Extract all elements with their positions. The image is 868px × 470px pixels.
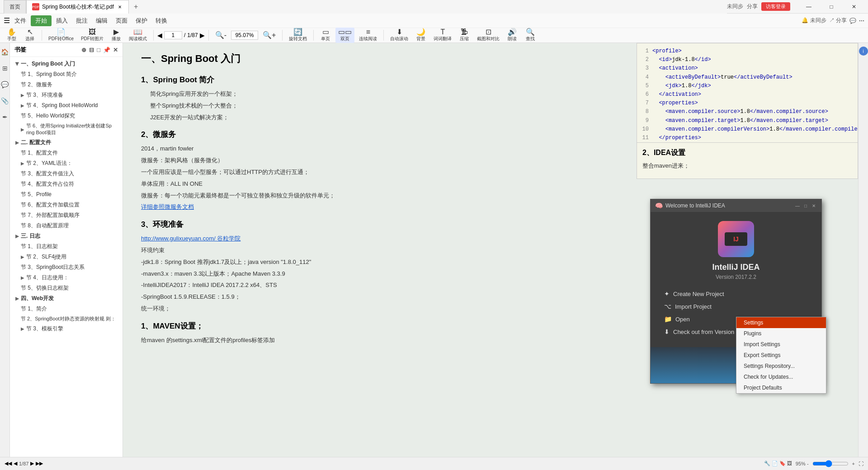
new-tab-btn[interactable]: + bbox=[131, 1, 142, 12]
bookmark-panel-icon[interactable]: 🏠 bbox=[0, 47, 10, 57]
menu-convert[interactable]: 转换 bbox=[152, 16, 171, 26]
zoom-slider[interactable] bbox=[812, 460, 849, 467]
sidebar-item-s2-8[interactable]: 节 8、自动配置原理 bbox=[10, 221, 123, 231]
continuous-btn[interactable]: ≡ 连续阅读 bbox=[356, 28, 380, 43]
zoom-in-btn[interactable]: 🔍+ bbox=[260, 31, 278, 40]
dialog-max-btn[interactable]: □ bbox=[802, 202, 809, 209]
menu-protect[interactable]: 保护 bbox=[132, 16, 151, 26]
ctx-settings[interactable]: Settings bbox=[736, 317, 826, 328]
sidebar-item-s4-3[interactable]: ▶ 节 3、模板引擎 bbox=[10, 324, 123, 334]
ctx-project-defaults[interactable]: Project Defaults bbox=[736, 382, 826, 393]
sidebar-close-btn[interactable]: ✕ bbox=[113, 47, 118, 53]
next-page-btn[interactable]: ▶ bbox=[200, 32, 205, 39]
sign-panel-icon[interactable]: ✒ bbox=[0, 112, 9, 122]
sidebar-item-s3-1[interactable]: 节 1、日志框架 bbox=[10, 241, 123, 252]
sidebar-item-section3[interactable]: ▶ 三. 日志 bbox=[10, 231, 123, 241]
thumbnail-panel-icon[interactable]: ⊞ bbox=[0, 63, 9, 74]
sidebar-icon-add[interactable]: ⊕ bbox=[81, 47, 86, 53]
dialog-close-btn[interactable]: ✕ bbox=[811, 202, 817, 209]
menu-icon[interactable]: ☰ bbox=[4, 16, 10, 25]
menu-batch[interactable]: 批注 bbox=[72, 16, 91, 26]
dialog-min-btn[interactable]: — bbox=[794, 202, 801, 209]
sidebar-item-s1-1[interactable]: 节 1、Spring Boot 简介 bbox=[10, 69, 123, 80]
sidebar-item-s2-7[interactable]: 节 7、外部配置加载顺序 bbox=[10, 210, 123, 221]
maximize-btn[interactable]: □ bbox=[821, 0, 842, 14]
school-link[interactable]: http://www.gulixueyuan.com/ 谷粒学院 bbox=[141, 235, 241, 242]
sidebar-item-s1-2[interactable]: 节 2、微服务 bbox=[10, 80, 123, 90]
read-btn[interactable]: 🔊 朗读 bbox=[504, 28, 520, 43]
first-page-btn[interactable]: ◀◀ bbox=[5, 461, 12, 466]
zoom-out-btn[interactable]: 🔍- bbox=[212, 31, 229, 40]
prev-page-status-btn[interactable]: ◀ bbox=[14, 461, 17, 466]
sidebar-item-s2-2[interactable]: ▶ 节 2、YAML语法： bbox=[10, 158, 123, 169]
sidebar-item-section1[interactable]: ▶ 一、Spring Boot 入门 bbox=[10, 59, 123, 69]
double-page-btn[interactable]: ▭▭ 双页 bbox=[335, 28, 354, 43]
ctx-plugins[interactable]: Plugins bbox=[736, 328, 826, 339]
sidebar-icon-collapse[interactable]: ⊟ bbox=[89, 47, 94, 53]
menu-edit[interactable]: 编辑 bbox=[92, 16, 111, 26]
menu-pages[interactable]: 页面 bbox=[112, 16, 131, 26]
sidebar-item-s4-2[interactable]: 节 2、SpringBoot对静态资源的映射规 则： bbox=[10, 314, 123, 324]
menu-insert[interactable]: 插入 bbox=[52, 16, 71, 26]
page-input[interactable] bbox=[164, 31, 182, 39]
rotate-btn[interactable]: 🔄 旋转文档 bbox=[286, 28, 310, 43]
sidebar-item-s2-3[interactable]: 节 3、配置文件值注入 bbox=[10, 169, 123, 179]
sidebar-item-section2[interactable]: ▶ 二. 配置文件 bbox=[10, 137, 123, 148]
play-btn[interactable]: ▶ 播放 bbox=[108, 28, 124, 43]
ctx-settings-repo[interactable]: Settings Repository... bbox=[736, 361, 826, 371]
comment-panel-icon[interactable]: 💬 bbox=[0, 79, 10, 90]
sidebar-item-s1-6[interactable]: ▶ 节 6、使用Spring Initializer快速创建Sp ring Bo… bbox=[10, 121, 123, 137]
close-btn[interactable]: ✕ bbox=[844, 0, 864, 14]
compare-btn[interactable]: ⊡ 截图和对比 bbox=[474, 28, 502, 43]
sidebar-icon-expand[interactable]: □ bbox=[97, 47, 100, 53]
fullscreen-icon[interactable]: ⛶ bbox=[859, 461, 863, 466]
attach-panel-icon[interactable]: 📎 bbox=[0, 95, 10, 106]
tab-close-btn[interactable]: ✕ bbox=[117, 4, 123, 10]
open-btn[interactable]: 开始 bbox=[31, 15, 52, 26]
tab-pdf[interactable]: PDF Spring Boot核心技术-笔记.pdf ✕ bbox=[26, 0, 129, 14]
minimize-btn[interactable]: — bbox=[798, 0, 819, 14]
sidebar-item-s1-3[interactable]: ▶ 节 3、环境准备 bbox=[10, 90, 123, 100]
auto-scroll-btn[interactable]: ⬇ 自动滚动 bbox=[387, 28, 411, 43]
translate-btn[interactable]: T 词词翻译 bbox=[431, 28, 454, 43]
sidebar-item-s3-2[interactable]: ▶ 节 2、SLF4j使用 bbox=[10, 252, 123, 262]
sidebar-item-s2-6[interactable]: 节 6、配置文件加载位置 bbox=[10, 200, 123, 210]
pdf-office-btn[interactable]: 📄 PDF转Office bbox=[46, 28, 76, 43]
sidebar-item-s3-3[interactable]: 节 3、SpringBoot日志关系 bbox=[10, 262, 123, 273]
next-page-status-btn[interactable]: ▶ bbox=[30, 461, 34, 466]
sidebar-item-s1-5[interactable]: 节 5、Hello World探究 bbox=[10, 111, 123, 121]
microservices-link[interactable]: 详细参照微服务文档 bbox=[141, 203, 194, 210]
sidebar-item-s3-4[interactable]: ▶ 节 4、日志使用： bbox=[10, 273, 123, 283]
sidebar-icon-pin[interactable]: 📌 bbox=[103, 47, 110, 53]
zoom-plus[interactable]: + bbox=[852, 461, 855, 466]
ij-import-project-btn[interactable]: ⌥ Import Project bbox=[660, 300, 812, 313]
pdf-image-btn[interactable]: 🖼 PDF转图片 bbox=[78, 28, 106, 43]
compress-btn[interactable]: 🗜 压缩 bbox=[456, 28, 472, 43]
hand-tool-btn[interactable]: ✋ 手型 bbox=[4, 28, 20, 43]
tab-home[interactable]: 首页 bbox=[4, 0, 26, 14]
sidebar-item-s3-5[interactable]: 节 5、切换日志框架 bbox=[10, 283, 123, 293]
sidebar-item-s2-4[interactable]: 节 4、配置文件占位符 bbox=[10, 179, 123, 189]
ij-create-project-btn[interactable]: ✦ Create New Project bbox=[660, 287, 812, 300]
right-panel-icon[interactable]: i bbox=[859, 47, 868, 56]
sidebar-item-s2-1[interactable]: 节 1、配置文件 bbox=[10, 148, 123, 158]
sidebar-item-s1-4[interactable]: ▶ 节 4、Spring Boot HelloWorld bbox=[10, 100, 123, 111]
sidebar-item-s2-5[interactable]: 节 5、Profile bbox=[10, 189, 123, 200]
sidebar-item-section4[interactable]: ▶ 四、Web开发 bbox=[10, 293, 123, 304]
visitor-login-btn[interactable]: 访客登录 bbox=[761, 2, 790, 11]
select-tool-btn[interactable]: ↖ 选择 bbox=[22, 28, 38, 43]
ctx-export-settings[interactable]: Export Settings bbox=[736, 350, 826, 361]
menu-file[interactable]: 文件 bbox=[11, 16, 30, 26]
sidebar-item-s4-1[interactable]: 节 1、简介 bbox=[10, 304, 123, 314]
zoom-input[interactable] bbox=[231, 31, 258, 40]
ctx-check-updates[interactable]: Check for Updates... bbox=[736, 371, 826, 382]
last-page-btn[interactable]: ▶▶ bbox=[36, 461, 43, 466]
pdf-s2-link[interactable]: 详细参照微服务文档 bbox=[141, 202, 403, 212]
ctx-import-settings[interactable]: Import Settings bbox=[736, 339, 826, 350]
read-mode-btn[interactable]: 📖 阅读模式 bbox=[126, 28, 150, 43]
search-btn[interactable]: 🔍 查找 bbox=[522, 28, 538, 43]
bg-btn[interactable]: 🌙 背景 bbox=[413, 28, 429, 43]
pdf-content: 1 <profile> 2 <id>jdk-1.8</id> 3 <activa… bbox=[123, 43, 858, 457]
prev-page-btn[interactable]: ◀ bbox=[157, 32, 162, 39]
single-page-btn[interactable]: ▭ 单页 bbox=[317, 28, 334, 43]
